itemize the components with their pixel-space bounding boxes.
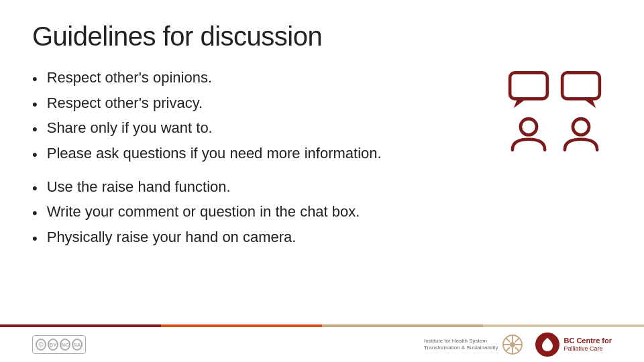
cc-license: © BY NC SA	[32, 335, 86, 354]
svg-point-7	[510, 342, 515, 347]
footer: © BY NC SA Institute for Health System T…	[0, 327, 644, 362]
ihst-wheel-icon	[500, 333, 525, 357]
bullet-text: Use the raise hand function.	[47, 177, 231, 197]
bullet-text: Share only if you want to.	[47, 118, 213, 138]
cc-icon: © BY NC SA	[32, 335, 86, 354]
cc-circle-c: ©	[36, 339, 46, 351]
bcpc-leaf-icon	[539, 337, 555, 353]
slide-title: Guidelines for discussion	[32, 21, 612, 52]
bullets-area: •Respect other's opinions.•Respect other…	[32, 68, 498, 261]
bullet-text: Physically raise your hand on camera.	[47, 227, 297, 247]
svg-line-12	[506, 338, 510, 342]
cc-circle-nc: NC	[60, 339, 70, 351]
bullet-dot: •	[32, 119, 38, 139]
bullet-dot: •	[32, 203, 38, 223]
ihst-logo-group: Institute for Health System Transformati…	[424, 333, 525, 357]
bcpc-icon	[535, 333, 559, 357]
bullet-item: •Physically raise your hand on camera.	[32, 227, 498, 249]
cc-circle-by: BY	[48, 339, 58, 351]
cc-circle-sa: SA	[72, 339, 83, 351]
bullet-item: •Share only if you want to.	[32, 118, 498, 139]
svg-point-5	[573, 119, 589, 135]
bullet-item: •Use the raise hand function.	[32, 177, 498, 198]
svg-line-15	[506, 347, 510, 351]
bullet-item: •Write your comment or question in the c…	[32, 202, 498, 223]
discussion-icon	[504, 68, 605, 158]
bullet-dot: •	[32, 178, 38, 198]
svg-line-14	[515, 338, 519, 342]
bullet-item: •Respect other's opinions.	[32, 68, 498, 89]
slide: Guidelines for discussion •Respect other…	[0, 0, 644, 362]
bullet-text: Respect other's opinions.	[47, 68, 212, 88]
bullet-dot: •	[32, 95, 38, 115]
footer-logos: Institute for Health System Transformati…	[424, 333, 612, 357]
svg-point-4	[521, 119, 537, 135]
bcpc-logo: BC Centre for Palliative Care	[535, 333, 612, 357]
bullet-dot: •	[32, 145, 38, 165]
svg-rect-0	[510, 72, 547, 99]
bullet-text: Please ask questions if you need more in…	[47, 143, 382, 164]
svg-rect-2	[562, 72, 600, 99]
bullet-text: Write your comment or question in the ch…	[47, 202, 360, 222]
bullet-group-2: •Use the raise hand function.•Write your…	[32, 177, 498, 249]
ihst-text: Institute for Health System Transformati…	[424, 338, 498, 351]
bullet-item: •Respect other's privacy.	[32, 93, 498, 115]
bullet-dot: •	[32, 69, 38, 89]
svg-line-13	[515, 347, 519, 351]
bullet-dot: •	[32, 229, 38, 249]
bullet-group-1: •Respect other's opinions.•Respect other…	[32, 68, 498, 165]
content-area: •Respect other's opinions.•Respect other…	[32, 68, 612, 261]
bullet-text: Respect other's privacy.	[47, 93, 203, 113]
icon-area	[498, 68, 612, 261]
bullet-item: •Please ask questions if you need more i…	[32, 143, 498, 165]
bcpc-text-group: BC Centre for Palliative Care	[564, 337, 612, 353]
